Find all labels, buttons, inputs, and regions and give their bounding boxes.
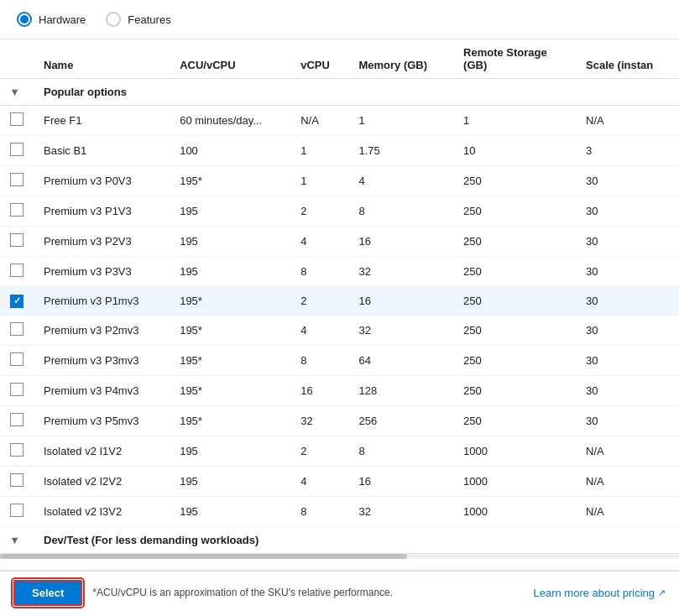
row-name: Isolated v2 I1V2 bbox=[34, 436, 170, 466]
row-name: Premium v3 P1mv3 bbox=[34, 287, 170, 316]
row-acu-vcpu: 195 bbox=[170, 466, 290, 496]
row-checkbox[interactable] bbox=[10, 413, 24, 426]
table-body: ▾Popular options Free F1 60 minutes/day.… bbox=[0, 79, 679, 554]
table-row[interactable]: Premium v3 P2V3 195 4 16 250 30 bbox=[0, 227, 679, 257]
section-header-0[interactable]: ▾Popular options bbox=[0, 79, 679, 106]
row-checkbox-cell[interactable] bbox=[0, 136, 34, 166]
row-name: Premium v3 P2mv3 bbox=[34, 315, 170, 345]
row-checkbox-cell[interactable] bbox=[0, 287, 34, 316]
row-checkbox-cell[interactable] bbox=[0, 345, 34, 375]
table-row[interactable]: Premium v3 P0V3 195* 1 4 250 30 bbox=[0, 166, 679, 196]
row-checkbox-cell[interactable] bbox=[0, 496, 34, 526]
row-checkbox[interactable] bbox=[10, 473, 24, 487]
table-row[interactable]: Premium v3 P1V3 195 2 8 250 30 bbox=[0, 196, 679, 227]
row-name: Premium v3 P3V3 bbox=[34, 257, 170, 287]
row-checkbox[interactable] bbox=[10, 504, 24, 517]
row-checkbox[interactable] bbox=[10, 173, 24, 186]
table-row[interactable]: Basic B1 100 1 1.75 10 3 bbox=[0, 136, 679, 166]
row-vcpu: 4 bbox=[290, 315, 348, 345]
row-acu-vcpu: 195* bbox=[170, 375, 290, 405]
row-checkbox[interactable] bbox=[10, 233, 24, 247]
row-scale: 30 bbox=[576, 345, 679, 375]
row-checkbox-cell[interactable] bbox=[0, 106, 34, 136]
row-checkbox-cell[interactable] bbox=[0, 227, 34, 257]
row-remote-storage: 1 bbox=[453, 106, 576, 136]
row-checkbox[interactable] bbox=[10, 322, 24, 336]
pricing-link[interactable]: Learn more about pricing ↗ bbox=[533, 587, 666, 599]
row-vcpu: 2 bbox=[290, 196, 348, 227]
row-scale: 30 bbox=[576, 405, 679, 436]
table-row[interactable]: Premium v3 P5mv3 195* 32 256 250 30 bbox=[0, 405, 679, 436]
row-checkbox-cell[interactable] bbox=[0, 257, 34, 287]
row-checkbox[interactable] bbox=[10, 352, 24, 366]
row-checkbox-cell[interactable] bbox=[0, 436, 34, 466]
row-checkbox-cell[interactable] bbox=[0, 166, 34, 196]
features-radio[interactable]: Features bbox=[106, 12, 170, 27]
table-row[interactable]: Premium v3 P3mv3 195* 8 64 250 30 bbox=[0, 345, 679, 375]
row-checkbox-cell[interactable] bbox=[0, 466, 34, 496]
row-checkbox[interactable] bbox=[10, 443, 24, 457]
row-name: Premium v3 P1V3 bbox=[34, 196, 170, 227]
row-checkbox[interactable] bbox=[10, 383, 24, 396]
row-memory: 4 bbox=[348, 166, 453, 196]
table-row[interactable]: Isolated v2 I2V2 195 4 16 1000 N/A bbox=[0, 466, 679, 496]
horizontal-scrollbar[interactable] bbox=[0, 554, 679, 559]
row-vcpu: 8 bbox=[290, 345, 348, 375]
table-row[interactable]: Premium v3 P4mv3 195* 16 128 250 30 bbox=[0, 375, 679, 405]
section-header-1[interactable]: ▾Dev/Test (For less demanding workloads) bbox=[0, 526, 679, 553]
col-vcpu: vCPU bbox=[290, 39, 348, 79]
row-checkbox-cell[interactable] bbox=[0, 375, 34, 405]
row-checkbox[interactable] bbox=[10, 112, 24, 126]
row-checkbox[interactable] bbox=[10, 295, 24, 308]
row-vcpu: N/A bbox=[290, 106, 348, 136]
table-row[interactable]: Free F1 60 minutes/day... N/A 1 1 N/A bbox=[0, 106, 679, 136]
row-name: Premium v3 P3mv3 bbox=[34, 345, 170, 375]
row-checkbox-cell[interactable] bbox=[0, 196, 34, 227]
chevron-icon: ▾ bbox=[12, 86, 18, 98]
table-row[interactable]: Isolated v2 I1V2 195 2 8 1000 N/A bbox=[0, 436, 679, 466]
row-memory: 1 bbox=[348, 106, 453, 136]
pricing-table: Name ACU/vCPU vCPU Memory (GB) Remote St… bbox=[0, 39, 679, 554]
row-name: Premium v3 P0V3 bbox=[34, 166, 170, 196]
row-acu-vcpu: 195 bbox=[170, 227, 290, 257]
hardware-label: Hardware bbox=[39, 13, 86, 26]
row-scale: 30 bbox=[576, 166, 679, 196]
row-remote-storage: 250 bbox=[453, 375, 576, 405]
row-memory: 128 bbox=[348, 375, 453, 405]
col-remote-storage: Remote Storage(GB) bbox=[453, 39, 576, 79]
row-scale: 30 bbox=[576, 227, 679, 257]
row-memory: 8 bbox=[348, 196, 453, 227]
row-checkbox[interactable] bbox=[10, 143, 24, 156]
table-row[interactable]: Isolated v2 I3V2 195 8 32 1000 N/A bbox=[0, 496, 679, 526]
table-row[interactable]: Premium v3 P1mv3 195* 2 16 250 30 bbox=[0, 287, 679, 316]
row-vcpu: 1 bbox=[290, 166, 348, 196]
row-vcpu: 1 bbox=[290, 136, 348, 166]
row-scale: 30 bbox=[576, 375, 679, 405]
row-memory: 1.75 bbox=[348, 136, 453, 166]
col-name: Name bbox=[34, 39, 170, 79]
row-remote-storage: 1000 bbox=[453, 466, 576, 496]
row-scale: N/A bbox=[576, 106, 679, 136]
row-memory: 16 bbox=[348, 466, 453, 496]
row-scale: 30 bbox=[576, 315, 679, 345]
col-acu-vcpu: ACU/vCPU bbox=[170, 39, 290, 79]
row-memory: 32 bbox=[348, 496, 453, 526]
row-name: Premium v3 P5mv3 bbox=[34, 405, 170, 436]
footer-note: *ACU/vCPU is an approximation of the SKU… bbox=[92, 587, 393, 598]
row-checkbox[interactable] bbox=[10, 203, 24, 217]
row-memory: 16 bbox=[348, 287, 453, 316]
table-row[interactable]: Premium v3 P3V3 195 8 32 250 30 bbox=[0, 257, 679, 287]
hardware-radio[interactable]: Hardware bbox=[17, 12, 86, 27]
row-name: Basic B1 bbox=[34, 136, 170, 166]
select-button[interactable]: Select bbox=[13, 580, 82, 606]
table-row[interactable]: Premium v3 P2mv3 195* 4 32 250 30 bbox=[0, 315, 679, 345]
row-vcpu: 2 bbox=[290, 287, 348, 316]
row-scale: N/A bbox=[576, 466, 679, 496]
row-acu-vcpu: 195 bbox=[170, 257, 290, 287]
row-remote-storage: 250 bbox=[453, 315, 576, 345]
row-checkbox-cell[interactable] bbox=[0, 315, 34, 345]
row-checkbox[interactable] bbox=[10, 264, 24, 277]
row-checkbox-cell[interactable] bbox=[0, 405, 34, 436]
features-label: Features bbox=[128, 13, 170, 26]
section-label: Popular options bbox=[34, 79, 679, 106]
